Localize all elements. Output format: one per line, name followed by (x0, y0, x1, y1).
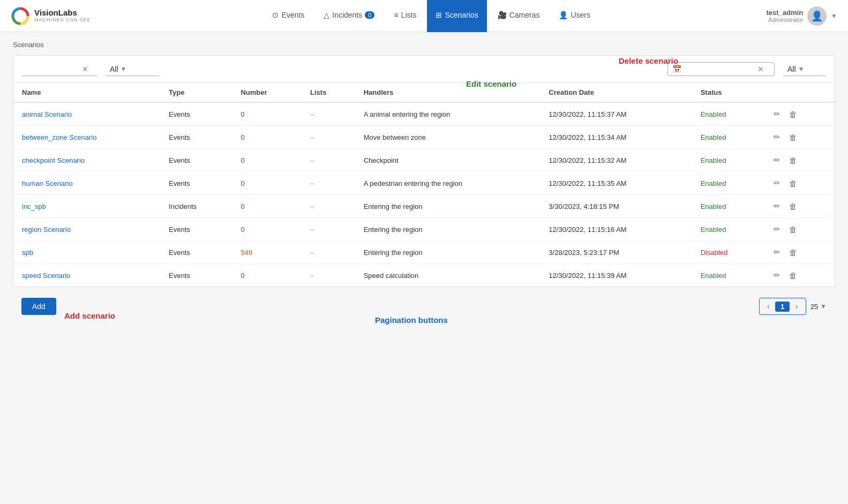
nav-item-lists[interactable]: ≡ Lists (385, 0, 425, 32)
user-area[interactable]: test_admin Administrator 👤 ▼ (766, 6, 837, 26)
cell-handlers-6: Entering the region (355, 241, 541, 264)
table-row: region Scenario Events 0 – Entering the … (13, 218, 835, 241)
table-body: animal Scenario Events 0 – A animal ente… (13, 102, 835, 287)
delete-button-6[interactable]: 🗑 (787, 247, 799, 258)
events-icon: ⊙ (272, 11, 279, 19)
page-size-value: 25 (811, 303, 818, 311)
delete-button-4[interactable]: 🗑 (787, 201, 799, 212)
nav-item-events[interactable]: ⊙ Events (264, 0, 313, 32)
cell-date-3: 12/30/2022, 11:15:35 AM (540, 172, 692, 195)
next-page-button[interactable]: › (792, 300, 801, 312)
nav-item-cameras[interactable]: 🎥 Cameras (489, 0, 549, 32)
scenario-number-link-3[interactable]: 0 (241, 179, 244, 187)
user-dropdown-icon[interactable]: ▼ (831, 12, 837, 20)
add-button[interactable]: Add (21, 298, 56, 315)
main-nav: ⊙ Events △ Incidents 0 ≡ Lists ⊞ Scenari… (96, 0, 766, 32)
scenario-number-link-7[interactable]: 0 (241, 272, 244, 280)
cell-name-4: inc_spb (13, 195, 160, 218)
type-filter[interactable]: All ▼ (106, 63, 159, 76)
cell-handlers-0: A animal entering the region (355, 102, 541, 126)
breadcrumb: Scenarios (13, 41, 835, 49)
date-filter-input[interactable] (685, 65, 754, 73)
cell-lists-1: – (302, 126, 355, 149)
cell-type-3: Events (160, 172, 232, 195)
cell-number-1: 0 (232, 126, 302, 149)
edit-button-2[interactable]: ✏ (771, 154, 783, 166)
edit-button-5[interactable]: ✏ (771, 223, 783, 235)
cell-type-7: Events (160, 264, 232, 287)
name-filter-input[interactable] (26, 65, 80, 73)
page-size-select[interactable]: 25 ▼ (811, 303, 827, 311)
header: VisionLabs MACHINES CAN SEE ⊙ Events △ I… (0, 0, 848, 32)
edit-button-3[interactable]: ✏ (771, 177, 783, 189)
cell-handlers-1: Move between zone (355, 126, 541, 149)
cell-name-0: animal Scenario (13, 102, 160, 126)
scenario-number-link-4[interactable]: 0 (241, 202, 244, 210)
nav-item-scenarios[interactable]: ⊞ Scenarios (427, 0, 486, 32)
scenario-number-link-2[interactable]: 0 (241, 156, 244, 164)
scenario-name-link-2[interactable]: checkpoint Scenario (22, 156, 85, 164)
scenario-number-link-0[interactable]: 0 (241, 110, 244, 118)
scenario-name-link-5[interactable]: region Scenario (22, 225, 71, 234)
status-filter[interactable]: All ▼ (783, 63, 826, 76)
delete-button-5[interactable]: 🗑 (787, 224, 799, 235)
scenario-number-link-5[interactable]: 0 (241, 225, 244, 234)
delete-button-2[interactable]: 🗑 (787, 155, 799, 166)
cell-date-1: 12/30/2022, 11:15:34 AM (540, 126, 692, 149)
col-actions (763, 83, 835, 102)
scenario-name-link-0[interactable]: animal Scenario (22, 110, 72, 118)
cell-status-0: Enabled (692, 102, 763, 126)
prev-page-button[interactable]: ‹ (764, 300, 773, 312)
col-number: Number (232, 83, 302, 102)
cell-status-5: Enabled (692, 218, 763, 241)
cell-date-6: 3/28/2023, 5:23:17 PM (540, 241, 692, 264)
name-filter[interactable]: ✕ (22, 63, 97, 76)
cell-status-3: Enabled (692, 172, 763, 195)
cell-name-7: speed Scenario (13, 264, 160, 287)
cell-number-6: 549 (232, 241, 302, 264)
col-name: Name (13, 83, 160, 102)
cell-lists-6: – (302, 241, 355, 264)
delete-button-1[interactable]: 🗑 (787, 132, 799, 143)
nav-item-users[interactable]: 👤 Users (550, 0, 599, 32)
cell-actions-4: ✏ 🗑 (763, 195, 835, 218)
edit-button-1[interactable]: ✏ (771, 131, 783, 143)
cell-type-4: Incidents (160, 195, 232, 218)
cell-lists-7: – (302, 264, 355, 287)
scenario-name-link-3[interactable]: human Scenario (22, 179, 73, 187)
delete-button-3[interactable]: 🗑 (787, 178, 799, 189)
delete-button-0[interactable]: 🗑 (787, 109, 799, 120)
type-filter-label: All (110, 65, 118, 73)
scenario-name-link-4[interactable]: inc_spb (22, 202, 46, 210)
cell-number-5: 0 (232, 218, 302, 241)
edit-button-4[interactable]: ✏ (771, 200, 783, 212)
table-row: checkpoint Scenario Events 0 – Checkpoin… (13, 149, 835, 172)
status-badge-7: Enabled (701, 272, 726, 280)
scenario-name-link-1[interactable]: between_zone Scenario (22, 133, 97, 141)
cell-actions-2: ✏ 🗑 (763, 149, 835, 172)
nav-item-incidents[interactable]: △ Incidents 0 (315, 0, 383, 32)
edit-button-7[interactable]: ✏ (771, 269, 783, 281)
cell-number-0: 0 (232, 102, 302, 126)
cell-actions-5: ✏ 🗑 (763, 218, 835, 241)
table-row: human Scenario Events 0 – A pedestrian e… (13, 172, 835, 195)
cell-handlers-5: Entering the region (355, 218, 541, 241)
cell-number-7: 0 (232, 264, 302, 287)
cell-status-7: Enabled (692, 264, 763, 287)
clear-name-filter-icon[interactable]: ✕ (82, 65, 88, 73)
clear-date-filter-icon[interactable]: ✕ (757, 65, 764, 73)
scenario-name-link-6[interactable]: spb (22, 249, 33, 257)
cell-lists-5: – (302, 218, 355, 241)
scenario-name-link-7[interactable]: speed Scenario (22, 272, 70, 280)
edit-button-0[interactable]: ✏ (771, 108, 783, 120)
cell-lists-0: – (302, 102, 355, 126)
col-type: Type (160, 83, 232, 102)
delete-button-7[interactable]: 🗑 (787, 270, 799, 281)
scenario-number-link-6[interactable]: 549 (241, 249, 252, 257)
cell-number-3: 0 (232, 172, 302, 195)
cell-date-0: 12/30/2022, 11:15:37 AM (540, 102, 692, 126)
scenarios-table: Name Type Number Lists Handlers Creation… (13, 83, 835, 287)
date-filter[interactable]: 📅 ✕ (667, 62, 775, 76)
edit-button-6[interactable]: ✏ (771, 246, 783, 258)
scenario-number-link-1[interactable]: 0 (241, 133, 244, 141)
